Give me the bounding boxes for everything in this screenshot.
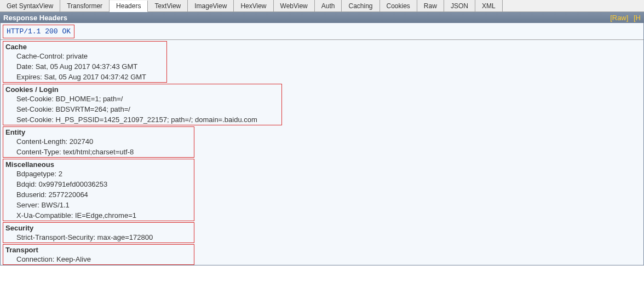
header-name: Date:: [16, 62, 36, 71]
header-value: IE=Edge,chrome=1: [75, 211, 136, 220]
header-value: 0x99791efd00036253: [38, 180, 107, 188]
header-group-cache: CacheCache-Control: privateDate: Sat, 05…: [3, 41, 167, 83]
header-group-transport: TransportConnection: Keep-Alive: [3, 244, 194, 265]
tab-xml[interactable]: XML: [475, 0, 503, 11]
header-group-cookies-login: Cookies / LoginSet-Cookie: BD_HOME=1; pa…: [3, 84, 282, 125]
header-group-security: SecurityStrict-Transport-Security: max-a…: [3, 222, 194, 243]
header-name: Bdqid:: [16, 180, 38, 188]
tab-transformer[interactable]: Transformer: [60, 0, 110, 11]
header-name: Bdpagetype:: [16, 170, 59, 178]
http-status-line: HTTP/1.1 200 OK: [3, 25, 74, 38]
header-row[interactable]: Server: BWS/1.1: [3, 200, 194, 210]
titlebar-links: [Raw] [H: [607, 14, 641, 22]
header-row[interactable]: Cache-Control: private: [3, 51, 166, 61]
headers-content: HTTP/1.1 200 OK CacheCache-Control: priv…: [0, 23, 644, 265]
group-title: Entity: [3, 127, 194, 136]
group-title: Cookies / Login: [3, 84, 281, 94]
response-headers-titlebar: Response Headers [Raw] [H: [0, 12, 644, 23]
header-name: Cache-Control:: [16, 52, 66, 60]
header-value: H_PS_PSSID=1425_21097_22157; path=/; dom…: [56, 115, 257, 124]
header-value: max-age=172800: [97, 233, 153, 241]
header-name: Server:: [16, 201, 42, 209]
header-name: Strict-Transport-Security:: [16, 233, 97, 241]
header-value: BDSVRTM=264; path=/: [56, 105, 130, 113]
header-name: Content-Type:: [16, 148, 63, 156]
tab-cookies[interactable]: Cookies: [380, 0, 417, 11]
header-group-miscellaneous: MiscellaneousBdpagetype: 2Bdqid: 0x99791…: [3, 159, 194, 221]
header-row[interactable]: X-Ua-Compatible: IE=Edge,chrome=1: [3, 210, 194, 221]
header-value: text/html;charset=utf-8: [63, 148, 134, 156]
tab-bar: Get SyntaxViewTransformerHeadersTextView…: [0, 0, 644, 12]
header-value: Keep-Alive: [56, 255, 91, 263]
header-value: 2577220064: [49, 190, 88, 199]
header-name: Bduserid:: [16, 190, 49, 199]
header-row[interactable]: Date: Sat, 05 Aug 2017 04:37:43 GMT: [3, 61, 166, 72]
header-row[interactable]: Bdpagetype: 2: [3, 169, 194, 179]
status-line-box: HTTP/1.1 200 OK: [3, 25, 74, 38]
header-row[interactable]: Set-Cookie: H_PS_PSSID=1425_21097_22157;…: [3, 114, 281, 125]
tab-textview[interactable]: TextView: [148, 0, 188, 11]
header-value: 2: [59, 170, 62, 178]
header-value: private: [66, 52, 88, 60]
tab-caching[interactable]: Caching: [342, 0, 380, 11]
group-title: Security: [3, 223, 194, 232]
raw-link[interactable]: [Raw]: [610, 14, 628, 22]
header-name: Set-Cookie:: [16, 115, 56, 124]
header-name: Connection:: [16, 255, 56, 263]
header-name: X-Ua-Compatible:: [16, 211, 75, 220]
tab-raw[interactable]: Raw: [417, 0, 444, 11]
tab-headers[interactable]: Headers: [110, 1, 148, 12]
header-value: 202740: [70, 137, 93, 146]
header-value: Sat, 05 Aug 2017 04:37:42 GMT: [44, 73, 146, 81]
header-name: Expires:: [16, 73, 44, 81]
separator: [1, 39, 643, 40]
titlebar-title: Response Headers: [3, 14, 67, 22]
group-title: Miscellaneous: [3, 159, 194, 169]
header-name: Content-Length:: [16, 137, 70, 146]
header-row[interactable]: Set-Cookie: BD_HOME=1; path=/: [3, 94, 281, 104]
tab-imageview[interactable]: ImageView: [188, 0, 234, 11]
tab-webview[interactable]: WebView: [274, 0, 315, 11]
header-value: Sat, 05 Aug 2017 04:37:43 GMT: [36, 62, 137, 71]
tab-json[interactable]: JSON: [444, 0, 475, 11]
group-title: Cache: [3, 42, 166, 51]
header-row[interactable]: Set-Cookie: BDSVRTM=264; path=/: [3, 104, 281, 114]
group-title: Transport: [3, 245, 194, 254]
header-group-entity: EntityContent-Length: 202740Content-Type…: [3, 126, 194, 158]
tab-hexview[interactable]: HexView: [234, 0, 273, 11]
tab-get-syntaxview[interactable]: Get SyntaxView: [0, 0, 60, 11]
header-row[interactable]: Bduserid: 2577220064: [3, 189, 194, 200]
header-value: BD_HOME=1; path=/: [56, 95, 123, 103]
tab-auth[interactable]: Auth: [315, 0, 342, 11]
header-row[interactable]: Expires: Sat, 05 Aug 2017 04:37:42 GMT: [3, 72, 166, 82]
header-row[interactable]: Content-Length: 202740: [3, 136, 194, 147]
header-row[interactable]: Strict-Transport-Security: max-age=17280…: [3, 232, 194, 242]
header-value: BWS/1.1: [42, 201, 70, 209]
header-row[interactable]: Bdqid: 0x99791efd00036253: [3, 179, 194, 189]
header-name: Set-Cookie:: [16, 105, 56, 113]
header-row[interactable]: Connection: Keep-Alive: [3, 254, 194, 264]
header-row[interactable]: Content-Type: text/html;charset=utf-8: [3, 147, 194, 157]
header-name: Set-Cookie:: [16, 95, 56, 103]
header-definitions-link[interactable]: [H: [634, 14, 641, 22]
